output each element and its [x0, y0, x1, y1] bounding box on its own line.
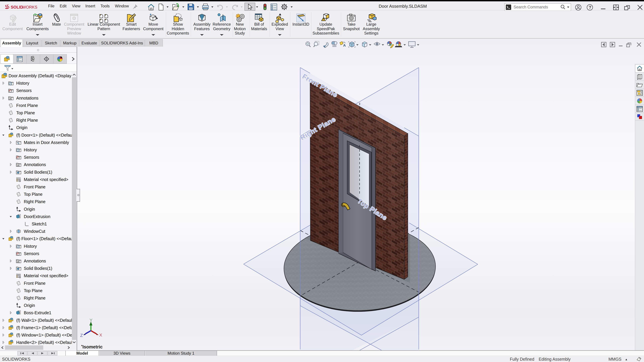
- svg-text:SOLID: SOLID: [11, 5, 23, 9]
- svg-text:X: X: [99, 333, 102, 338]
- svg-text:?: ?: [589, 5, 591, 10]
- svg-text:Y: Y: [90, 318, 92, 323]
- svg-text:Z: Z: [80, 333, 83, 338]
- svg-text:WORKS: WORKS: [22, 5, 38, 9]
- svg-text:A: A: [343, 43, 346, 47]
- svg-text:!: !: [323, 17, 324, 21]
